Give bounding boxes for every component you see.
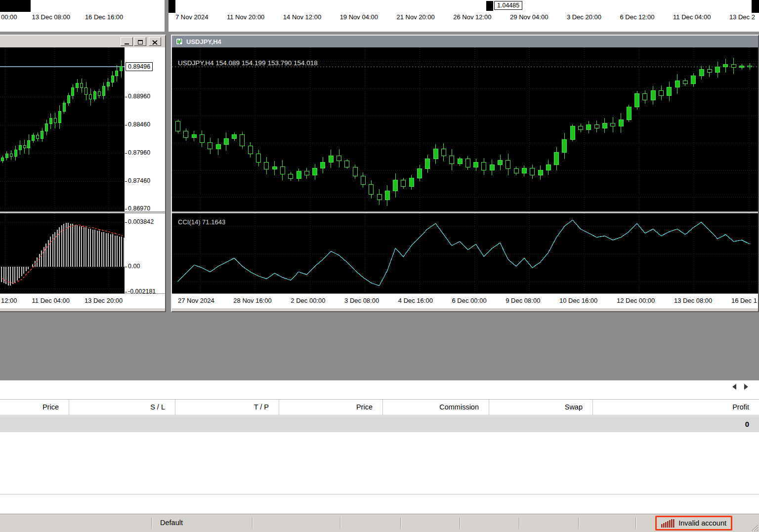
chart-window-left: 0.89496 0.889600.884600.879600.874600.86… <box>0 35 166 312</box>
indicator-axis[interactable]: 0.0038420.00-0.002181 <box>125 213 165 293</box>
date-label: 3 Dec 20:00 <box>567 13 601 21</box>
date-label: 9 Dec 08:00 <box>506 297 540 304</box>
scroll-right-arrow[interactable] <box>744 384 748 390</box>
date-label: 26 Nov 12:00 <box>453 13 491 21</box>
candlestick-plot[interactable] <box>172 47 758 211</box>
trade-table-header: PriceS / LT / PPriceCommissionSwapProfit <box>0 399 759 415</box>
connection-bars-icon <box>661 519 675 528</box>
date-label: 3 Dec 08:00 <box>344 297 379 304</box>
date-label: 00:00 <box>1 13 17 21</box>
current-price-box: 0.89496 <box>126 62 153 71</box>
date-label: 16 Dec 16:00 <box>85 13 123 21</box>
candlestick-plot[interactable] <box>0 47 125 211</box>
statusbar-divider <box>519 517 520 529</box>
maximize-button[interactable] <box>134 37 146 46</box>
date-axis: 12:0011 Dec 04:0013 Dec 20:00 <box>0 297 165 304</box>
price-axis-label: 0.86970 <box>128 205 150 212</box>
indicator-axis-label: 0.00 <box>128 263 140 270</box>
statusbar-divider <box>151 517 152 529</box>
statusbar-divider <box>635 517 636 529</box>
resize-grip[interactable] <box>750 523 759 532</box>
statusbar-divider <box>460 517 461 529</box>
cci-plot[interactable] <box>172 213 758 293</box>
metatrader-workspace: 1.04485 00:0013 Dec 08:0016 Dec 16:00 7 … <box>0 0 759 532</box>
date-axis-strip[interactable]: 12:0011 Dec 04:0013 Dec 20:00 <box>0 293 165 308</box>
window-titlebar[interactable] <box>0 36 165 47</box>
list-divider <box>0 494 759 494</box>
date-label: 28 Nov 16:00 <box>233 297 271 304</box>
window-gap <box>165 0 169 33</box>
price-scale-label: 1.04485 <box>494 1 522 10</box>
column-header-price[interactable]: Price <box>279 400 383 415</box>
date-label: 6 Dec 00:00 <box>452 297 487 304</box>
chart-edge-fragment <box>169 0 175 13</box>
date-axis-strip[interactable]: 27 Nov 202428 Nov 16:002 Dec 00:003 Dec … <box>172 293 758 308</box>
profit-total: 0 <box>745 420 759 428</box>
date-label: 13 Dec 08:00 <box>674 297 712 304</box>
connection-status[interactable]: Invalid account <box>655 516 732 531</box>
summary-row[interactable]: 0 <box>0 416 759 432</box>
statusbar-divider <box>340 517 341 529</box>
date-label: 13 Dec 20:00 <box>84 297 123 304</box>
status-bar: Default Invalid account <box>0 514 759 532</box>
date-label: 12:00 <box>1 297 17 304</box>
close-icon <box>152 40 158 45</box>
date-label: 6 Dec 12:00 <box>620 13 654 21</box>
date-label: 29 Nov 04:00 <box>510 13 548 21</box>
price-axis-label: 0.88960 <box>128 93 150 100</box>
chart-icon <box>176 38 183 45</box>
scroll-left-arrow[interactable] <box>732 384 736 390</box>
date-label: 27 Nov 2024 <box>178 297 214 304</box>
date-label: 11 Dec 04:00 <box>673 13 711 21</box>
minimize-icon <box>125 43 129 44</box>
date-label: 13 Dec 2 <box>729 13 755 21</box>
column-header-s-l[interactable]: S / L <box>69 400 175 415</box>
profile-label[interactable]: Default <box>160 519 183 527</box>
statusbar-divider <box>578 517 579 529</box>
date-label: 11 Dec 04:00 <box>32 297 70 304</box>
chart-edge-fragment <box>486 1 493 11</box>
date-label: 7 Nov 2024 <box>175 13 209 21</box>
chart-edge-fragment <box>752 0 759 13</box>
terminal-panel: PriceS / LT / PPriceCommissionSwapProfit… <box>0 380 759 514</box>
chart-edge-fragment <box>0 0 31 12</box>
column-header-commission[interactable]: Commission <box>383 400 489 415</box>
date-label: 12 Dec 00:00 <box>617 297 655 304</box>
top-chart-strip: 1.04485 00:0013 Dec 08:0016 Dec 16:00 7 … <box>0 0 759 33</box>
statusbar-divider <box>252 517 253 529</box>
date-axis: 27 Nov 202428 Nov 16:002 Dec 00:003 Dec … <box>172 297 758 304</box>
date-label: 19 Nov 04:00 <box>340 13 378 21</box>
date-axis: 00:0013 Dec 08:0016 Dec 16:00 <box>1 13 123 21</box>
column-header-swap[interactable]: Swap <box>489 400 593 415</box>
column-header-profit[interactable]: Profit <box>593 400 759 415</box>
column-header-t-p[interactable]: T / P <box>175 400 279 415</box>
window-titlebar[interactable]: USDJPY,H4 <box>172 36 758 47</box>
maximize-icon <box>138 40 143 44</box>
price-axis-label: 0.87460 <box>128 177 150 184</box>
connection-status-label: Invalid account <box>678 519 726 527</box>
window-title: USDJPY,H4 <box>186 38 221 45</box>
indicator-axis-label: 0.003842 <box>128 218 154 225</box>
price-axis[interactable]: 0.89496 0.889600.884600.879600.874600.86… <box>125 47 165 211</box>
date-label: 10 Dec 16:00 <box>559 297 597 304</box>
column-header-price[interactable]: Price <box>0 400 69 415</box>
date-label: 13 Dec 08:00 <box>32 13 70 21</box>
oscillator-plot[interactable] <box>0 213 125 293</box>
statusbar-divider <box>400 517 401 529</box>
chart-window-usdjpy: USDJPY,H4 USDJPY,H4 154.089 154.199 153.… <box>171 35 759 312</box>
date-label: 2 Dec 00:00 <box>291 297 325 304</box>
date-label: 16 Dec 1 <box>731 297 757 304</box>
date-label: 4 Dec 16:00 <box>398 297 433 304</box>
date-axis: 7 Nov 202411 Nov 20:0014 Nov 12:0019 Nov… <box>175 13 755 21</box>
close-button[interactable] <box>149 37 161 46</box>
date-label: 14 Nov 12:00 <box>283 13 321 21</box>
minimize-button[interactable] <box>121 37 133 46</box>
date-label: 11 Nov 20:00 <box>227 13 264 21</box>
date-label: 21 Nov 20:00 <box>396 13 434 21</box>
price-axis-label: 0.87960 <box>128 149 150 156</box>
price-axis-label: 0.88460 <box>128 121 150 128</box>
